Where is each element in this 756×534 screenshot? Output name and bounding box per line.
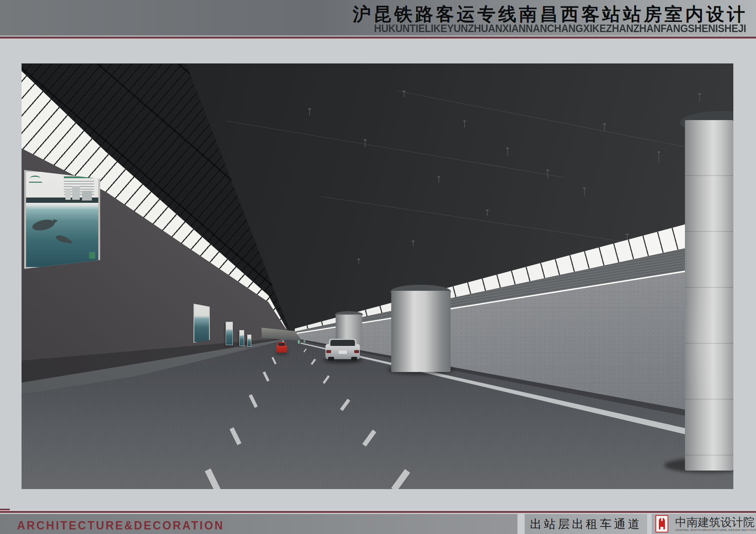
billboard-lightbox-3 — [226, 322, 233, 345]
institute-panel: 中南建筑设计院 CENTRAL-SOUTH ARCHITECTURAL DESI… — [652, 514, 756, 534]
ceiling-rod — [413, 242, 414, 246]
institute-name-en: CENTRAL-SOUTH ARCHITECTURAL DESIGN INSTI… — [675, 528, 756, 532]
ceiling-rod — [365, 140, 366, 147]
ad-building — [65, 189, 71, 200]
header-bar: 沪昆铁路客运专线南昌西客站站房室内设计 HUKUNTIELIKEYUNZHUAN… — [0, 0, 756, 35]
institute-logo — [655, 515, 668, 532]
column-mid — [391, 291, 451, 372]
fish-silhouette — [31, 218, 56, 232]
footer-divider-red — [0, 511, 756, 513]
ad-logo-arc — [30, 176, 40, 181]
page-title: 沪昆铁路客运专线南昌西客站站房室内设计 — [353, 5, 748, 24]
drawing-caption: 出站层出租车通道 — [530, 516, 642, 532]
institute-name-cn: 中南建筑设计院 — [675, 515, 754, 530]
ceiling-rod — [464, 122, 465, 128]
car-rear-window — [278, 343, 285, 346]
ceiling-rod — [699, 94, 700, 102]
billboard-lightbox-4 — [239, 330, 244, 346]
ceiling-rod — [507, 149, 508, 156]
ceiling-rod — [309, 110, 310, 116]
exit-sign — [298, 340, 300, 344]
red-car — [276, 342, 287, 354]
car-wheel — [351, 357, 357, 361]
tunnel-rendering — [22, 63, 733, 489]
column-near-right — [685, 120, 733, 471]
ceiling-rod — [604, 125, 605, 131]
car-wheel — [328, 357, 334, 361]
institute-logo-glyph — [659, 518, 665, 529]
billboard-lightbox-5 — [247, 335, 251, 347]
ceiling-rod — [487, 211, 488, 216]
brand-text: ARCHITECTURE&DECORATION — [17, 519, 224, 532]
header-divider-red — [0, 37, 756, 39]
ad-stamp — [89, 252, 95, 259]
ad-waterline — [26, 203, 98, 204]
ceiling-rod — [547, 171, 548, 178]
ceiling-rod — [358, 260, 359, 264]
fish-silhouette — [55, 234, 70, 244]
car-rear-window — [330, 340, 355, 346]
silver-car — [325, 339, 360, 364]
ad-building — [72, 186, 80, 200]
car-tail-light — [326, 350, 331, 353]
billboard-lightbox-1 — [24, 170, 100, 269]
page-subtitle: HUKUNTIELIKEYUNZHUANXIANNANCHANGXIKEZHAN… — [374, 23, 746, 34]
caption-panel: 出站层出租车通道 — [525, 514, 647, 534]
billboard-lightbox-2 — [194, 304, 210, 343]
ceiling-rod — [404, 92, 404, 97]
ceiling-rod — [658, 153, 659, 162]
car-tail-light — [354, 350, 359, 353]
presentation-board: 沪昆铁路客运专线南昌西客站站房室内设计 HUKUNTIELIKEYUNZHUAN… — [0, 0, 756, 534]
car-license-plate — [339, 350, 347, 354]
ad-building — [82, 191, 92, 201]
footer-divider-accent — [0, 509, 10, 510]
ad-logo-text — [29, 182, 42, 183]
billboard-artwork — [26, 172, 98, 267]
ceiling-rod — [438, 177, 439, 183]
ceiling-rod — [584, 189, 585, 196]
